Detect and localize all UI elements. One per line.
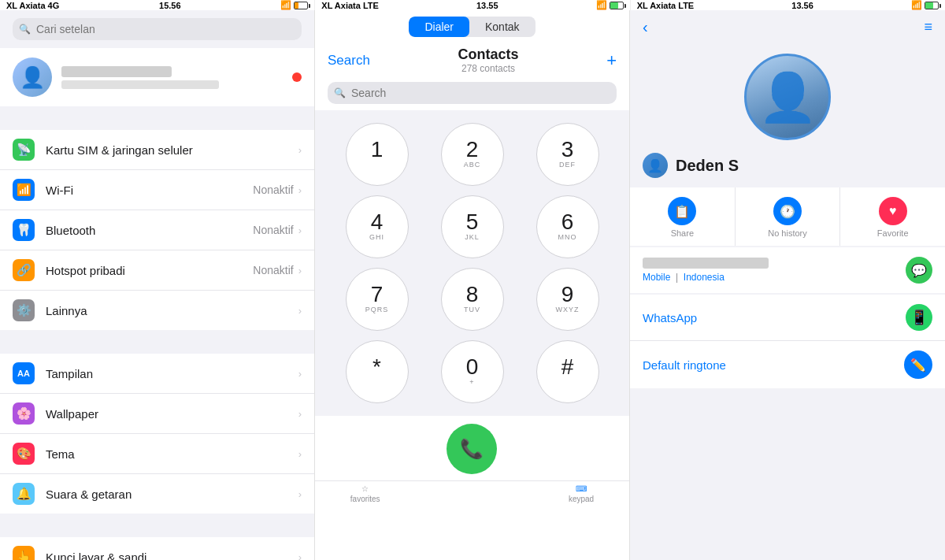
dialer-call-row: 📞 (315, 416, 629, 480)
contacts-add-button[interactable]: + (606, 50, 617, 71)
dial-8[interactable]: 8TUV (441, 268, 504, 331)
action-favorite[interactable]: ♥ Favorite (840, 187, 945, 246)
dial-5[interactable]: 5JKL (441, 195, 504, 258)
action-history[interactable]: 🕐 No history (736, 187, 841, 246)
contact-small-avatar: 👤 (643, 153, 668, 178)
filter-button[interactable]: ≡ (924, 19, 932, 35)
dial-0[interactable]: 0+ (441, 340, 504, 403)
keypad-icon: ⌨ (576, 484, 587, 493)
other-icon: ⚙️ (13, 299, 35, 321)
dial-4[interactable]: 4GHI (346, 195, 409, 258)
ringtone-row[interactable]: Default ringtone ✏️ (630, 341, 945, 388)
dial-2[interactable]: 2ABC (441, 123, 504, 186)
settings-item-sim[interactable]: 📡 Kartu SIM & jaringan seluler › (0, 130, 314, 170)
contacts-search-wrap (328, 82, 617, 104)
contact-phone-type: Mobile | Indonesia (643, 272, 906, 283)
whatsapp-label: WhatsApp (643, 311, 906, 325)
status-left: XL Axiata 4G 15.56 📶 (0, 0, 314, 10)
dialer-panel: Dialer Kontak Search Contacts 278 contac… (315, 10, 630, 560)
dial-star[interactable]: * (346, 340, 409, 403)
history-icon: 🕐 (773, 197, 802, 225)
battery-left (294, 2, 308, 9)
settings-group-3: 👆 Kunci layar & sandi › (0, 537, 314, 560)
contact-name: Deden S (676, 157, 739, 175)
wallpaper-icon: 🌸 (13, 402, 35, 425)
share-icon: 📋 (668, 197, 696, 225)
settings-search-area (0, 10, 314, 48)
dial-9[interactable]: 9WXYZ (536, 268, 599, 331)
sim-icon: 📡 (13, 139, 35, 161)
lock-label: Kunci layar & sandi (46, 551, 298, 561)
dial-3[interactable]: 3DEF (536, 123, 599, 186)
favorites-icon: ☆ (361, 484, 369, 493)
search-input[interactable] (13, 18, 302, 40)
contacts-search-label[interactable]: Search (328, 53, 370, 69)
hotspot-icon: 🔗 (13, 259, 35, 281)
nav-favorites[interactable]: ☆ favorites (350, 484, 380, 503)
call-button[interactable]: 📞 (447, 424, 497, 474)
history-label: No history (768, 228, 807, 238)
sound-icon: 🔔 (13, 483, 35, 505)
battery-mid (610, 2, 624, 9)
contact-info-group: Mobile | Indonesia 💬 (630, 247, 945, 293)
avatar: 👤 (13, 57, 52, 97)
contact-phone-wrap: Mobile | Indonesia (643, 258, 906, 283)
search-wrap (13, 18, 302, 40)
settings-item-hotspot[interactable]: 🔗 Hotspot pribadi Nonaktif › (0, 250, 314, 291)
contact-name-row: 👤 Deden S (630, 150, 945, 187)
bluetooth-icon: 🦷 (13, 219, 35, 241)
profile-sub (61, 80, 219, 89)
lock-icon: 👆 (13, 546, 35, 560)
settings-item-bluetooth[interactable]: 🦷 Bluetooth Nonaktif › (0, 210, 314, 250)
settings-item-theme[interactable]: 🎨 Tema › (0, 434, 314, 474)
dialer-bg: 1 2ABC 3DEF 4GHI 5JKL 6MNO 7PQRS 8TUV 9W… (315, 110, 629, 416)
dial-hash[interactable]: # (536, 340, 599, 403)
display-label: Tampilan (46, 367, 298, 380)
back-button[interactable]: ‹ (643, 18, 648, 36)
message-button[interactable]: 💬 (906, 257, 932, 284)
battery-right (925, 2, 939, 9)
ringtone-label: Default ringtone (643, 358, 904, 372)
status-right: XL Axiata LTE 13.56 📶 (631, 0, 945, 10)
settings-item-other[interactable]: ⚙️ Lainnya › (0, 291, 314, 330)
dialer-tabs: Dialer Kontak (315, 10, 629, 40)
wallpaper-label: Wallpaper (46, 407, 298, 421)
dial-1[interactable]: 1 (346, 123, 409, 186)
whatsapp-row[interactable]: WhatsApp 📱 (630, 295, 945, 341)
settings-item-display[interactable]: AA Tampilan › (0, 354, 314, 394)
time-left: 15.56 (159, 1, 181, 10)
settings-item-wallpaper[interactable]: 🌸 Wallpaper › (0, 394, 314, 434)
settings-item-sound[interactable]: 🔔 Suara & getaran › (0, 474, 314, 514)
status-icons-mid: 📶 (596, 0, 624, 10)
dialer-nav: ☆ favorites ⌨ keypad (315, 480, 629, 510)
theme-icon: 🎨 (13, 443, 35, 465)
contacts-search-input[interactable] (328, 82, 617, 104)
bluetooth-label: Bluetooth (46, 224, 253, 237)
dial-6[interactable]: 6MNO (536, 195, 599, 258)
profile-row[interactable]: 👤 (0, 48, 314, 106)
phone-type-mobile: Mobile (643, 272, 670, 283)
edit-button[interactable]: ✏️ (904, 350, 932, 379)
display-icon: AA (13, 362, 35, 384)
settings-item-wifi[interactable]: 📶 Wi-Fi Nonaktif › (0, 170, 314, 210)
time-mid: 13.55 (476, 1, 498, 10)
theme-label: Tema (46, 447, 298, 461)
favorites-label: favorites (350, 495, 380, 503)
status-bar: XL Axiata 4G 15.56 📶 XL Axiata LTE 13.55… (0, 0, 945, 10)
profile-info (61, 66, 283, 89)
phone-region: Indonesia (684, 272, 724, 283)
keypad-label: keypad (569, 495, 594, 503)
settings-panel: 👤 📡 Kartu SIM & jaringan seluler › 📶 Wi-… (0, 10, 315, 560)
contact-header: ‹ ≡ (630, 10, 945, 41)
settings-item-lock[interactable]: 👆 Kunci layar & sandi › (0, 537, 314, 560)
nav-keypad[interactable]: ⌨ keypad (569, 484, 594, 503)
hotspot-label: Hotspot pribadi (46, 264, 253, 277)
tab-contacts[interactable]: Kontak (469, 17, 536, 37)
panels: 👤 📡 Kartu SIM & jaringan seluler › 📶 Wi-… (0, 10, 945, 560)
action-share[interactable]: 📋 Share (630, 187, 736, 246)
dial-7[interactable]: 7PQRS (346, 268, 409, 331)
tab-dialer[interactable]: Dialer (409, 17, 469, 37)
status-middle: XL Axiata LTE 13.55 📶 (314, 0, 630, 10)
carrier-right: XL Axiata LTE (637, 1, 695, 10)
divider-1 (0, 108, 314, 130)
